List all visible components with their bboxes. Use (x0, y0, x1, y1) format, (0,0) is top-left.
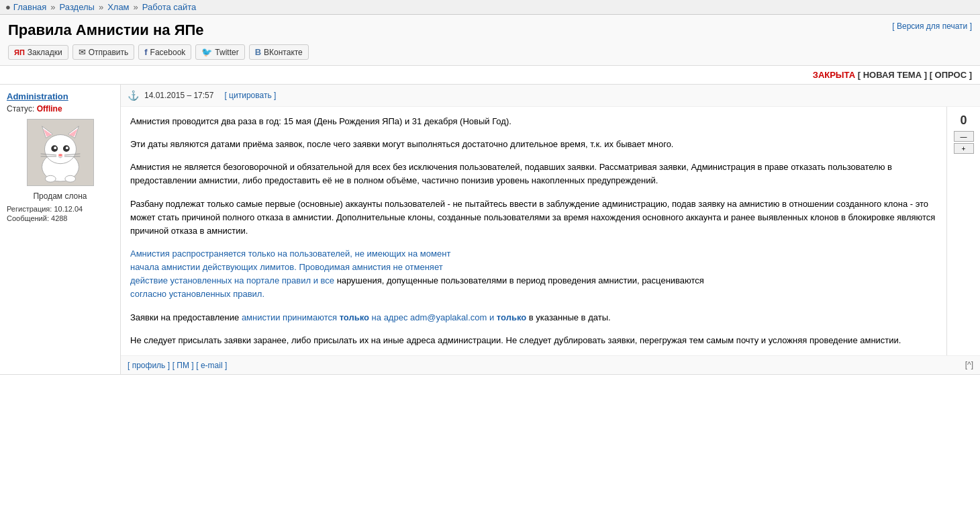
paragraph-5: Амнистия распространяется только на поль… (130, 247, 937, 302)
paragraph-2: Эти даты являются датами приёма заявок, … (130, 138, 937, 151)
paragraph-3: Амнистия не является безоговорочной и об… (130, 161, 937, 187)
post-date: 14.01.2015 – 17:57 (144, 91, 213, 100)
vote-plus-button[interactable]: + (954, 143, 974, 154)
send-label: Отправить (89, 48, 129, 57)
highlight-apply: амнистии принимаются только на адрес adm… (242, 312, 526, 322)
svg-point-17 (64, 175, 75, 182)
post-body-wrapper: Амнистия проводится два раза в год: 15 м… (121, 107, 980, 355)
anchor-icon: ⚓ (128, 90, 139, 101)
post-container: Administration Статус: Offline (0, 85, 980, 375)
social-buttons-bar: ЯП Закладки ✉ Отправить f Facebook 🐦 Twi… (8, 44, 972, 60)
post-content-area: ⚓ 14.01.2015 – 17:57 [ цитировать ] Амни… (121, 85, 980, 374)
reg-date: 10.12.04 (54, 205, 83, 213)
username-link[interactable]: Administration (7, 91, 68, 101)
user-status: Статус: Offline (7, 104, 113, 114)
breadcrumb-sections[interactable]: Разделы (60, 2, 95, 12)
twitter-label: Twitter (215, 48, 238, 57)
page-header: Правила Амнистии на ЯПе [ Версия для печ… (0, 15, 980, 66)
twitter-button[interactable]: 🐦 Twitter (195, 44, 244, 60)
user-sidebar: Administration Статус: Offline (0, 85, 121, 374)
up-arrow[interactable]: [^] (965, 360, 973, 369)
svg-point-10 (65, 146, 68, 149)
pm-link[interactable]: [ ПМ ] (173, 361, 194, 370)
post-header: ⚓ 14.01.2015 – 17:57 [ цитировать ] (121, 85, 980, 107)
twitter-icon: 🐦 (201, 47, 212, 57)
closed-status: ЗАКРЫТА (813, 70, 855, 80)
svg-point-9 (54, 146, 56, 149)
quote-link[interactable]: [ цитировать ] (224, 91, 276, 100)
vote-minus-button[interactable]: — (954, 131, 974, 142)
breadcrumb-sep-2: » (99, 2, 103, 12)
status-label: Статус: (7, 104, 34, 114)
facebook-button[interactable]: f Facebook (138, 44, 191, 60)
vk-icon: В (255, 47, 261, 57)
user-posts: Сообщений: 4288 (7, 214, 113, 222)
facebook-label: Facebook (150, 48, 186, 57)
svg-point-16 (45, 175, 56, 182)
breadcrumb-home[interactable]: Главная (13, 2, 46, 12)
print-link[interactable]: [ Версия для печати ] (892, 21, 972, 31)
email-link[interactable]: [ e-mail ] (196, 361, 227, 370)
breadcrumb-sep-3: » (134, 2, 138, 12)
content-area: ЗАКРЫТА [ НОВАЯ ТЕМА ] [ ОПРОС ] Adminis… (0, 66, 980, 375)
breadcrumb-bar: ● Главная » Разделы » Хлам » Работа сайт… (0, 0, 980, 15)
paragraph-4: Разбану подлежат только самые первые (ос… (130, 197, 937, 238)
paragraph-7: Не следует присылать заявки заранее, либ… (130, 334, 937, 347)
home-icon: ● (5, 2, 11, 12)
user-reg: Регистрация: 10.12.04 (7, 205, 113, 213)
post-body: Амнистия проводится два раза в год: 15 м… (121, 107, 946, 355)
footer-links: [ профиль ] [ ПМ ] [ e-mail ] (128, 360, 227, 370)
vk-label: ВКонтакте (264, 48, 303, 57)
breadcrumb-junk[interactable]: Хлам (107, 2, 129, 12)
profile-link[interactable]: [ профиль ] (128, 361, 170, 370)
bookmark-label: Закладки (28, 48, 62, 57)
svg-point-2 (44, 135, 76, 164)
highlight-rules: согласно установленных правил. (130, 289, 264, 299)
ya-icon: ЯП (14, 48, 25, 56)
posts-label: Сообщений: (7, 214, 49, 222)
vote-box: 0 — + (946, 107, 980, 355)
avatar-image (28, 120, 93, 185)
post-footer: [ профиль ] [ ПМ ] [ e-mail ] [^] (121, 355, 980, 374)
svg-point-11 (58, 154, 62, 157)
reg-label: Регистрация: (7, 205, 52, 213)
bookmark-button[interactable]: ЯП Закладки (8, 45, 68, 60)
paragraph-6: Заявки на предоставление амнистии приним… (130, 311, 937, 324)
avatar (27, 119, 94, 186)
poll-link[interactable]: [ ОПРОС ] (930, 70, 972, 80)
breadcrumb-sep-1: » (50, 2, 55, 12)
send-button[interactable]: ✉ Отправить (72, 44, 135, 60)
user-caption: Продам слона (7, 191, 113, 201)
vote-count: 0 (960, 114, 967, 128)
breadcrumb-site[interactable]: Работа сайта (142, 2, 197, 12)
action-bar: ЗАКРЫТА [ НОВАЯ ТЕМА ] [ ОПРОС ] (0, 66, 980, 85)
facebook-icon: f (144, 47, 147, 57)
posts-count: 4288 (51, 214, 67, 222)
status-value: Offline (37, 104, 62, 114)
page-title: Правила Амнистии на ЯПе (8, 21, 204, 39)
paragraph-1: Амнистия проводится два раза в год: 15 м… (130, 115, 937, 128)
new-topic-link[interactable]: [ НОВАЯ ТЕМА ] (858, 70, 927, 80)
vk-button[interactable]: В ВКонтакте (249, 44, 309, 60)
highlight-amnesty: Амнистия распространяется только на поль… (130, 249, 450, 285)
email-icon: ✉ (79, 47, 86, 57)
